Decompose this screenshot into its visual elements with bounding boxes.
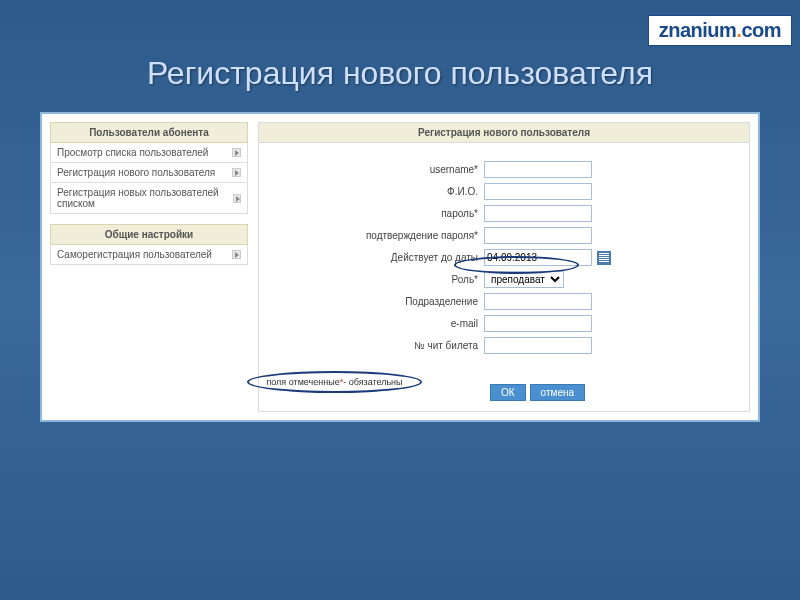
label-password: пароль* <box>269 208 484 219</box>
form-title: Регистрация нового пользователя <box>259 123 749 143</box>
label-role: Роль* <box>269 274 484 285</box>
sidebar-item-register-users-list[interactable]: Регистрация новых пользователей списком <box>50 183 248 214</box>
username-input[interactable] <box>484 161 592 178</box>
label-ticket: № чит билета <box>269 340 484 351</box>
chevron-right-icon <box>233 194 241 203</box>
brand-part1: znanium <box>659 19 737 41</box>
fio-input[interactable] <box>484 183 592 200</box>
brand-logo: znanium.com <box>648 15 792 46</box>
brand-part2: com <box>741 19 781 41</box>
label-dept: Подразделение <box>269 296 484 307</box>
role-select[interactable]: преподаватель <box>484 271 564 288</box>
sidebar-item-label: Регистрация нового пользователя <box>57 167 215 178</box>
sidebar-item-register-user[interactable]: Регистрация нового пользователя <box>50 163 248 183</box>
sidebar-section2-title: Общие настройки <box>50 224 248 245</box>
email-input[interactable] <box>484 315 592 332</box>
label-username: username* <box>269 164 484 175</box>
sidebar-item-view-users[interactable]: Просмотр списка пользователей <box>50 143 248 163</box>
page-title: Регистрация нового пользователя <box>0 55 800 92</box>
calendar-icon[interactable] <box>597 251 611 265</box>
chevron-right-icon <box>232 250 241 259</box>
sidebar-item-label: Просмотр списка пользователей <box>57 147 208 158</box>
chevron-right-icon <box>232 148 241 157</box>
cancel-button[interactable]: отмена <box>530 384 585 401</box>
main-panel: Пользователи абонента Просмотр списка по… <box>40 112 760 422</box>
sidebar-item-label: Регистрация новых пользователей списком <box>57 187 233 209</box>
form-panel: Регистрация нового пользователя username… <box>258 122 750 412</box>
chevron-right-icon <box>232 168 241 177</box>
dept-input[interactable] <box>484 293 592 310</box>
sidebar-item-label: Саморегистрация пользователей <box>57 249 212 260</box>
label-valid: Действует до даты <box>269 252 484 263</box>
confirm-password-input[interactable] <box>484 227 592 244</box>
ticket-input[interactable] <box>484 337 592 354</box>
sidebar-item-self-register[interactable]: Саморегистрация пользователей <box>50 245 248 265</box>
label-email: e-mail <box>269 318 484 329</box>
label-confirm: подтверждение пароля* <box>269 230 484 241</box>
sidebar-section1-title: Пользователи абонента <box>50 122 248 143</box>
label-fio: Ф.И.О. <box>269 186 484 197</box>
sidebar: Пользователи абонента Просмотр списка по… <box>50 122 248 412</box>
password-input[interactable] <box>484 205 592 222</box>
valid-date-input[interactable] <box>484 249 592 266</box>
ok-button[interactable]: ОК <box>490 384 526 401</box>
